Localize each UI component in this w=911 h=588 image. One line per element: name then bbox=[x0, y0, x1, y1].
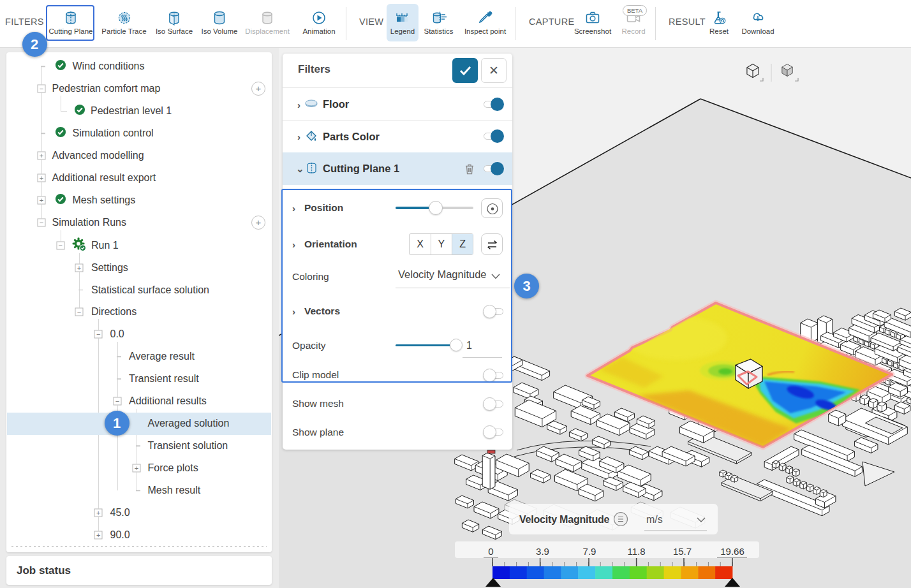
svg-text:7.9: 7.9 bbox=[583, 546, 596, 557]
svg-text:0: 0 bbox=[488, 546, 493, 557]
svg-text:15.7: 15.7 bbox=[673, 546, 692, 557]
svg-text:3.9: 3.9 bbox=[536, 546, 549, 557]
svg-text:11.8: 11.8 bbox=[627, 546, 645, 557]
svg-text:19.66: 19.66 bbox=[720, 546, 744, 557]
svg-text:Velocity Magnitude: Velocity Magnitude bbox=[519, 514, 610, 525]
svg-text:m/s: m/s bbox=[646, 514, 663, 525]
